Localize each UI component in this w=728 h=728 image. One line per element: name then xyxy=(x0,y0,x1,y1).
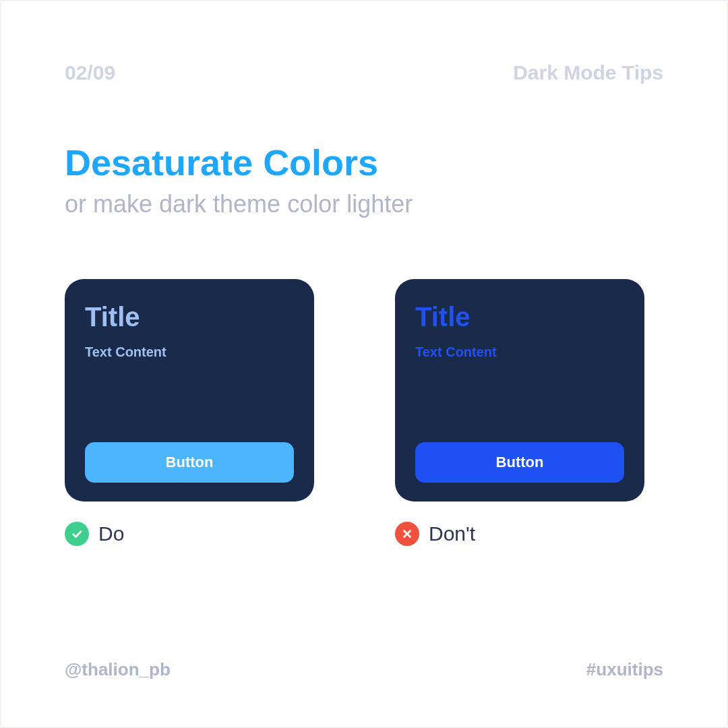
do-card-title: Title xyxy=(85,302,294,332)
example-cards-row: Title Text Content Button Do Title Text … xyxy=(65,279,663,546)
dont-card-title: Title xyxy=(415,302,624,332)
dont-column: Title Text Content Button Don't xyxy=(395,279,644,546)
do-label: Do xyxy=(98,522,124,545)
do-label-row: Do xyxy=(65,522,314,546)
close-icon xyxy=(395,522,419,546)
author-handle: @thalion_pb xyxy=(65,659,171,680)
main-heading: Desaturate Colors xyxy=(65,142,663,183)
series-title: Dark Mode Tips xyxy=(513,61,663,84)
hashtag: #uxuitips xyxy=(586,659,663,680)
dont-card-text: Text Content xyxy=(415,344,624,360)
sub-heading: or make dark theme color lighter xyxy=(65,190,663,218)
header: 02/09 Dark Mode Tips xyxy=(65,61,663,84)
do-column: Title Text Content Button Do xyxy=(65,279,314,546)
footer: @thalion_pb #uxuitips xyxy=(65,659,663,680)
dont-label: Don't xyxy=(429,522,475,545)
dont-label-row: Don't xyxy=(395,522,644,546)
dont-card-button[interactable]: Button xyxy=(415,442,624,483)
do-card: Title Text Content Button xyxy=(65,279,314,502)
dont-card: Title Text Content Button xyxy=(395,279,644,502)
do-card-text: Text Content xyxy=(85,344,294,360)
page-counter: 02/09 xyxy=(65,61,115,84)
check-icon xyxy=(65,522,89,546)
do-card-button[interactable]: Button xyxy=(85,442,294,483)
